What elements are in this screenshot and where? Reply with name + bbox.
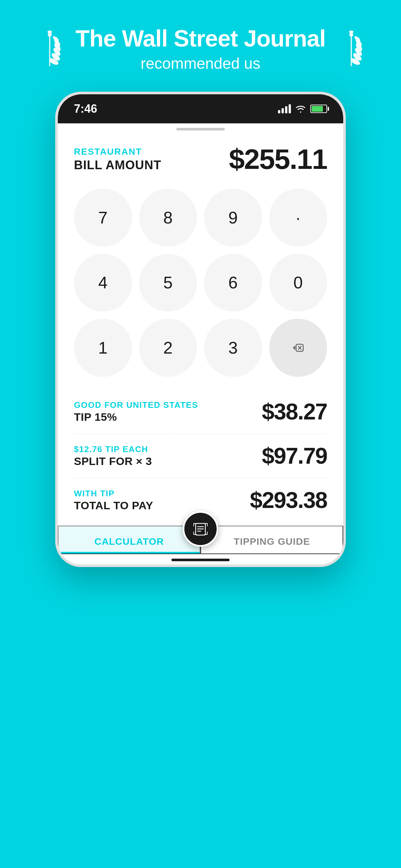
battery-icon [310,104,327,113]
wifi-icon [295,104,306,113]
svg-point-7 [48,33,52,37]
tipping-guide-tab-label: TIPPING GUIDE [234,536,310,547]
num-0-button[interactable]: 0 [269,254,328,312]
tip-label-group: GOOD FOR UNITED STATES TIP 15% [74,400,198,423]
header-text: The Wall Street Journal recommended us [75,26,326,72]
numpad: 7 8 9 · 4 5 6 0 1 2 3 [74,189,327,377]
app-content: RESTAURANT BILL AMOUNT $255.11 7 8 9 · 4… [58,133,343,522]
calculator-tab[interactable]: CALCULATOR [58,526,201,554]
total-label-group: WITH TIP TOTAL TO PAY [74,489,153,512]
split-label-group: $12.76 TIP EACH SPLIT FOR × 3 [74,444,152,468]
scan-icon [192,521,209,537]
num-1-button[interactable]: 1 [74,319,132,377]
tip-label: TIP 15% [74,411,198,423]
split-row: $12.76 TIP EACH SPLIT FOR × 3 $97.79 [74,434,327,478]
left-laurel-icon [30,30,69,68]
num-6-button[interactable]: 6 [204,254,262,312]
total-value: $293.38 [250,487,327,513]
svg-point-8 [48,31,52,34]
bill-amount-value: $255.11 [229,143,327,176]
tab-bar: CALCULATOR TIPPING GUIDE [58,525,343,554]
num-4-button[interactable]: 4 [74,254,132,312]
status-bar: 7:46 [58,94,343,123]
top-pill [58,123,343,133]
num-5-button[interactable]: 5 [139,254,197,312]
num-3-button[interactable]: 3 [204,319,262,377]
wsj-title: The Wall Street Journal [75,26,326,51]
backspace-button[interactable] [269,319,328,377]
total-tag: WITH TIP [74,489,153,499]
scan-button-wrapper [183,511,218,547]
right-laurel-icon [332,30,371,68]
laurel-container: The Wall Street Journal recommended us [0,26,401,72]
scan-button[interactable] [183,511,218,547]
bill-amount-label: BILL AMOUNT [74,158,161,172]
header-area: The Wall Street Journal recommended us [0,0,401,92]
calculator-tab-label: CALCULATOR [94,536,164,547]
num-9-button[interactable]: 9 [204,189,262,247]
pill-bar [176,128,225,130]
total-label: TOTAL TO PAY [74,499,153,512]
tipping-guide-tab[interactable]: TIPPING GUIDE [201,526,343,554]
restaurant-tag: RESTAURANT [74,147,161,157]
status-time: 7:46 [74,102,97,116]
num-dot-button[interactable]: · [269,189,328,247]
split-label: SPLIT FOR × 3 [74,455,152,468]
home-indicator [58,554,343,564]
bill-section: RESTAURANT BILL AMOUNT $255.11 [74,143,327,176]
tip-row: GOOD FOR UNITED STATES TIP 15% $38.27 [74,390,327,434]
home-bar [172,559,229,561]
svg-point-17 [349,31,353,34]
tip-tag: GOOD FOR UNITED STATES [74,400,198,410]
tab-active-indicator [58,552,200,554]
phone-mockup: 7:46 [55,92,346,567]
num-2-button[interactable]: 2 [139,319,197,377]
num-8-button[interactable]: 8 [139,189,197,247]
signal-icon [278,104,291,113]
split-tag: $12.76 TIP EACH [74,444,152,454]
svg-point-16 [349,33,353,37]
status-icons [278,104,327,113]
num-7-button[interactable]: 7 [74,189,132,247]
bill-label-group: RESTAURANT BILL AMOUNT [74,147,161,172]
wsj-subtitle: recommended us [141,55,260,72]
split-value: $97.79 [262,443,327,469]
tip-value: $38.27 [262,399,327,425]
